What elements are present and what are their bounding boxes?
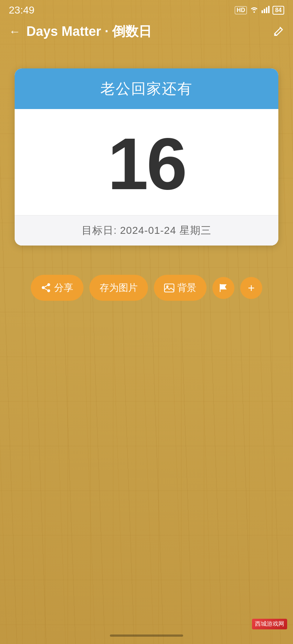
svg-rect-5 [164, 284, 174, 292]
home-indicator [110, 634, 183, 637]
status-icons: HD 84 [235, 6, 284, 15]
countdown-number: 16 [108, 127, 185, 201]
svg-point-6 [166, 285, 168, 288]
back-button[interactable]: ← [9, 25, 21, 38]
svg-rect-1 [262, 10, 263, 13]
card-body: 16 [15, 109, 278, 215]
share-button[interactable]: 分享 [31, 275, 84, 301]
edit-button[interactable] [273, 25, 284, 38]
action-bar: 分享 存为图片 背景 + [0, 275, 293, 301]
image-icon [164, 284, 174, 292]
save-image-label: 存为图片 [100, 281, 138, 294]
battery-icon: 84 [272, 6, 284, 15]
card-header-text: 老公回家还有 [100, 80, 193, 97]
flag-icon [219, 283, 228, 293]
card-footer: 目标日: 2024-01-24 星期三 [15, 215, 278, 246]
svg-point-0 [253, 11, 255, 13]
flag-button[interactable] [212, 277, 234, 299]
status-bar: 23:49 HD 84 [0, 0, 293, 19]
countdown-card: 老公回家还有 16 目标日: 2024-01-24 星期三 [15, 68, 278, 246]
countdown-card-container: 老公回家还有 16 目标日: 2024-01-24 星期三 [15, 68, 278, 246]
svg-rect-2 [264, 9, 265, 13]
share-icon [41, 283, 51, 293]
svg-rect-3 [266, 7, 267, 13]
nav-bar: ← Days Matter · 倒数日 [0, 19, 293, 46]
wifi-icon [250, 6, 259, 15]
signal-icon [262, 6, 270, 15]
watermark: 西城游戏网 [252, 619, 287, 629]
background-label: 背景 [177, 281, 196, 294]
save-image-button[interactable]: 存为图片 [89, 275, 148, 301]
card-header: 老公回家还有 [15, 68, 278, 109]
hd-icon: HD [235, 6, 247, 14]
add-button[interactable]: + [240, 277, 262, 299]
background-button[interactable]: 背景 [154, 275, 207, 301]
watermark-text: 西城游戏网 [252, 619, 287, 629]
target-date-text: 目标日: 2024-01-24 星期三 [82, 225, 211, 236]
add-label: + [248, 282, 255, 294]
svg-rect-4 [268, 6, 270, 13]
share-label: 分享 [54, 281, 73, 294]
status-time: 23:49 [9, 4, 34, 16]
page-title: Days Matter · 倒数日 [26, 23, 273, 41]
